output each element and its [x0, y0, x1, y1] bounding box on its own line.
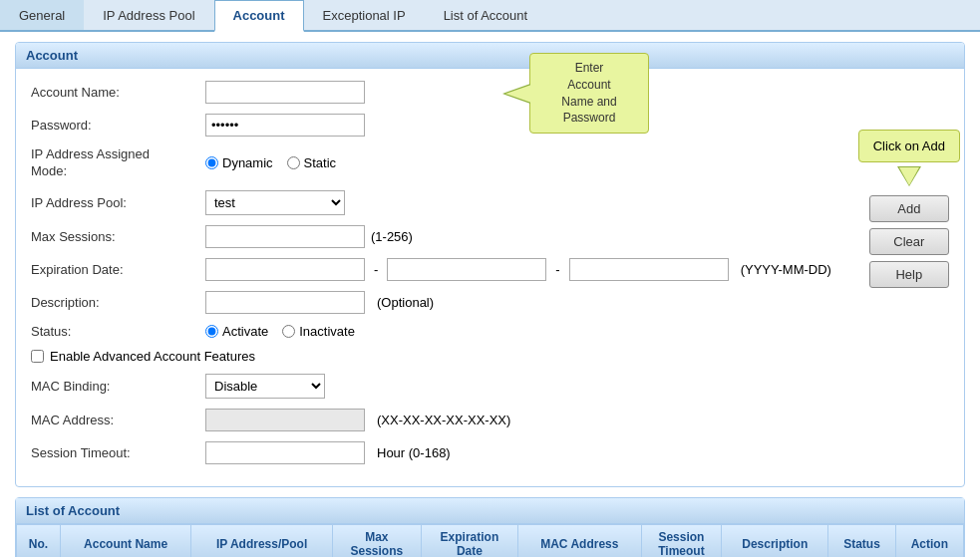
password-field	[205, 114, 365, 137]
mac-address-input[interactable]	[205, 409, 365, 431]
tab-ip-address-pool[interactable]: IP Address Pool	[84, 0, 213, 30]
session-timeout-label: Session Timeout:	[31, 445, 205, 460]
enter-callout: EnterAccountName andPassword	[529, 53, 649, 134]
tab-account[interactable]: Account	[214, 0, 304, 32]
col-status: Status	[828, 524, 895, 557]
expiration-date-label: Expiration Date:	[31, 262, 205, 277]
exp-sep2: -	[555, 262, 559, 277]
ip-pool-select[interactable]: test	[205, 190, 345, 215]
mac-binding-label: MAC Binding:	[31, 379, 205, 394]
col-no: No.	[17, 524, 61, 557]
description-field: (Optional)	[205, 291, 434, 314]
callout-arrow-inner	[505, 85, 531, 103]
max-sessions-row: Max Sessions: 5 (1-256)	[31, 225, 949, 248]
account-name-label: Account Name:	[31, 85, 205, 100]
max-sessions-label: Max Sessions:	[31, 229, 205, 244]
add-callout-arrow-inner	[899, 167, 919, 185]
col-account-name: Account Name	[60, 524, 191, 557]
main-content: Account Account Name: test EnterAccountN…	[0, 32, 980, 557]
max-sessions-field: 5 (1-256)	[205, 225, 413, 248]
password-label: Password:	[31, 118, 205, 133]
add-button[interactable]: Add	[869, 195, 949, 222]
exp-year-input[interactable]: 2012	[205, 258, 365, 281]
enable-advanced-row: Enable Advanced Account Features	[31, 349, 949, 364]
enable-advanced-checkbox[interactable]	[31, 350, 44, 363]
account-name-input[interactable]: test	[205, 81, 365, 104]
session-timeout-field: 48 Hour (0-168)	[205, 441, 451, 464]
list-section-title: List of Account	[16, 498, 964, 524]
col-action: Action	[895, 524, 963, 557]
status-inactivate-label: Inactivate	[299, 324, 355, 339]
status-activate-label: Activate	[222, 324, 268, 339]
max-sessions-hint: (1-256)	[371, 229, 413, 244]
expiration-date-field: 2012 - 12 - 31 (YYYY-MM-DD)	[205, 258, 831, 281]
status-inactivate-radio[interactable]	[282, 325, 295, 338]
tab-exceptional-ip[interactable]: Exceptional IP	[304, 0, 425, 30]
description-row: Description: (Optional)	[31, 291, 949, 314]
mac-address-label: MAC Address:	[31, 413, 205, 427]
status-inactivate[interactable]: Inactivate	[282, 324, 355, 339]
ip-pool-label: IP Address Pool:	[31, 195, 205, 210]
col-max-sessions: MaxSessions	[332, 524, 421, 557]
exp-sep1: -	[374, 262, 378, 277]
col-expiration-date: ExpirationDate	[421, 524, 517, 557]
ip-mode-static-radio[interactable]	[287, 156, 300, 169]
expiration-date-row: Expiration Date: 2012 - 12 - 31 (YYYY-MM…	[31, 258, 949, 281]
status-activate[interactable]: Activate	[205, 324, 268, 339]
tab-general[interactable]: General	[0, 0, 84, 30]
ip-pool-field: test	[205, 190, 345, 215]
ip-mode-label: IP Address AssignedMode:	[31, 146, 205, 180]
account-form: Account Name: test EnterAccountName andP…	[16, 69, 964, 486]
ip-mode-field: Dynamic Static	[205, 155, 336, 170]
help-button[interactable]: Help	[869, 261, 949, 288]
mac-binding-select[interactable]: Disable	[205, 374, 325, 399]
list-of-account-section: List of Account No. Account Name IP Addr…	[15, 497, 965, 557]
description-input[interactable]	[205, 291, 365, 314]
mac-binding-field: Disable	[205, 374, 325, 399]
status-field: Activate Inactivate	[205, 324, 355, 339]
ip-mode-dynamic-radio[interactable]	[205, 156, 218, 169]
right-buttons-panel: Click on Add Add Clear Help	[858, 130, 960, 288]
clear-button[interactable]: Clear	[869, 228, 949, 255]
description-label: Description:	[31, 295, 205, 310]
callout-text: EnterAccountName andPassword	[561, 61, 616, 125]
col-ip-address-pool: IP Address/Pool	[191, 524, 332, 557]
status-label: Status:	[31, 324, 205, 339]
col-mac-address: MAC Address	[518, 524, 642, 557]
ip-mode-dynamic[interactable]: Dynamic	[205, 155, 273, 170]
mac-address-field: (XX-XX-XX-XX-XX-XX)	[205, 409, 510, 431]
password-input[interactable]	[205, 114, 365, 137]
password-row: Password:	[31, 114, 949, 137]
col-session-timeout: SessionTimeout	[641, 524, 722, 557]
table-header-row: No. Account Name IP Address/Pool MaxSess…	[17, 524, 964, 557]
tab-list-of-account[interactable]: List of Account	[425, 0, 547, 30]
mac-address-row: MAC Address: (XX-XX-XX-XX-XX-XX)	[31, 409, 949, 431]
session-timeout-hint: Hour (0-168)	[377, 445, 451, 460]
account-table: No. Account Name IP Address/Pool MaxSess…	[16, 524, 964, 557]
account-section-title: Account	[16, 43, 964, 69]
status-activate-radio[interactable]	[205, 325, 218, 338]
ip-mode-static-label: Static	[304, 155, 337, 170]
account-section: Account Account Name: test EnterAccountN…	[15, 42, 965, 487]
session-timeout-input[interactable]: 48	[205, 441, 365, 464]
add-callout-text: Click on Add	[858, 130, 960, 162]
exp-day-input[interactable]: 31	[569, 258, 729, 281]
add-callout-box: Click on Add	[858, 130, 960, 185]
ip-mode-row: IP Address AssignedMode: Dynamic Static	[31, 146, 949, 180]
max-sessions-input[interactable]: 5	[205, 225, 365, 248]
tab-bar: General IP Address Pool Account Exceptio…	[0, 0, 980, 32]
ip-mode-static[interactable]: Static	[287, 155, 337, 170]
ip-mode-dynamic-label: Dynamic	[222, 155, 273, 170]
col-description: Description	[722, 524, 828, 557]
mac-binding-row: MAC Binding: Disable	[31, 374, 949, 399]
ip-pool-row: IP Address Pool: test	[31, 190, 949, 215]
description-hint: (Optional)	[377, 295, 434, 310]
account-name-row: Account Name: test EnterAccountName andP…	[31, 81, 949, 104]
status-row: Status: Activate Inactivate	[31, 324, 949, 339]
exp-format-hint: (YYYY-MM-DD)	[741, 262, 831, 277]
enable-advanced-label: Enable Advanced Account Features	[50, 349, 255, 364]
exp-month-input[interactable]: 12	[387, 258, 546, 281]
mac-address-hint: (XX-XX-XX-XX-XX-XX)	[377, 413, 510, 427]
account-name-field: test	[205, 81, 365, 104]
session-timeout-row: Session Timeout: 48 Hour (0-168)	[31, 441, 949, 464]
